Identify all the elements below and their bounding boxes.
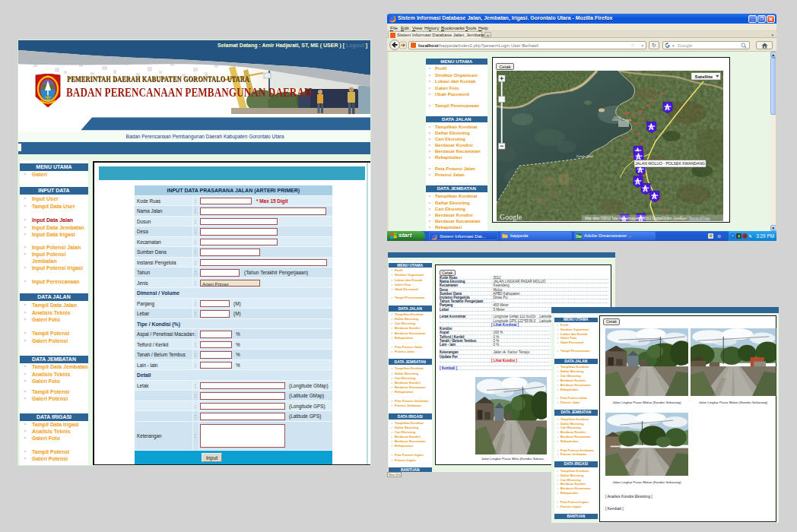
- svg-text:Dutula Baol: Dutula Baol: [576, 154, 593, 158]
- svg-text:JALAN MOLUO - POLSEK KWANDANG: JALAN MOLUO - POLSEK KWANDANG: [635, 162, 705, 166]
- svg-text:Satellite: Satellite: [695, 74, 713, 79]
- svg-text:Map data ©2012 Tele Atlas Imag: Map data ©2012 Tele Atlas Imagery ©2012 …: [585, 216, 710, 220]
- svg-text:Dutula Potasi: Dutula Potasi: [612, 118, 631, 122]
- svg-text:Google: Google: [500, 213, 522, 221]
